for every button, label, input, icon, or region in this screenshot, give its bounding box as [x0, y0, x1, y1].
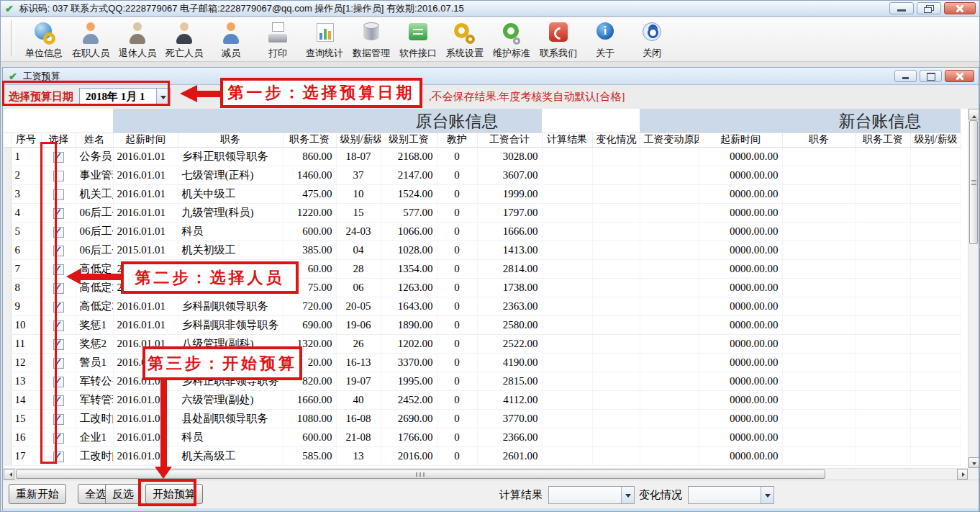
cell-total: 1666.00 — [477, 222, 542, 241]
vertical-scroll-thumb[interactable] — [969, 120, 978, 244]
toolbar-item-system-settings[interactable]: 系统设置 — [445, 20, 485, 60]
table-row[interactable]: 606后工作2015.01.01机关初级工385.00041028.000141… — [4, 241, 961, 259]
cell-calc — [542, 166, 592, 184]
cell-change — [592, 409, 640, 428]
toolbar-item-label: 单位信息 — [25, 47, 63, 60]
cell-calc — [542, 222, 592, 241]
toolbar-item-contact-us[interactable]: 联系我们 — [538, 20, 579, 60]
cell-grade: 16-08 — [336, 409, 381, 428]
minimize-button[interactable] — [889, 2, 914, 14]
cell-num: 12 — [11, 353, 41, 372]
scroll-left-button[interactable] — [4, 469, 14, 480]
inner-maximize-button[interactable] — [920, 70, 942, 82]
cell-grade_pay: 1766.00 — [381, 428, 437, 446]
toolbar-item-staff-retired[interactable]: 退休人员 — [117, 20, 158, 60]
inner-close-button[interactable] — [945, 70, 974, 82]
toolbar-item-query-stats[interactable]: 查询统计 — [304, 20, 345, 60]
table-row[interactable]: 1公务员2016.01.01乡科正职领导职务860.0018-072168.00… — [4, 147, 961, 166]
cell-start: 2016.01.01 — [113, 297, 178, 315]
toolbar-item-maintain-standard[interactable]: 维护标准 — [491, 20, 532, 60]
toolbar-item-staff-deceased[interactable]: 死亡人员 — [164, 20, 204, 60]
table-row[interactable]: 14军转管理2016.01.01六级管理(副处)1660.00402452.00… — [4, 390, 961, 409]
cell-new_grade — [910, 203, 961, 222]
column-header: 计算结果 — [542, 133, 592, 147]
table-row[interactable]: 10奖惩12016.01.01乡科副职非领导职务690.0019-061890.… — [4, 315, 961, 334]
toolbar-item-data-manage[interactable]: 数据管理 — [351, 20, 391, 60]
cell-num: 9 — [11, 297, 41, 315]
cell-reason — [640, 315, 699, 334]
table-row[interactable]: 9高低定32016.01.01乡科副职领导职务720.0020-051643.0… — [4, 297, 961, 315]
cell-new_start: 0000.00.00 — [699, 203, 782, 222]
toolbar-item-label: 数据管理 — [353, 47, 390, 60]
cell-jiaohu: 0 — [437, 222, 477, 241]
change-status-select[interactable] — [688, 486, 774, 504]
calc-result-dropdown-button[interactable] — [621, 487, 634, 503]
cell-start: 2016.01.01 — [113, 315, 178, 334]
toolbar-item-label: 退休人员 — [119, 47, 156, 60]
cell-duty_pay: 720.00 — [283, 297, 336, 315]
cell-calc — [542, 353, 592, 372]
cell-total: 1738.00 — [477, 278, 542, 297]
cell-new_duty — [782, 353, 856, 372]
cell-new_duty_pay — [856, 372, 910, 390]
close-button[interactable] — [944, 2, 976, 14]
cell-total: 2363.00 — [477, 297, 542, 315]
cell-new_duty — [782, 259, 856, 278]
cell-change — [592, 166, 640, 184]
scroll-right-button[interactable] — [957, 469, 968, 480]
toolbar-item-software-interface[interactable]: 软件接口 — [398, 20, 438, 60]
cell-grade: 04 — [336, 241, 381, 259]
table-row[interactable]: 2事业管理2016.01.01七级管理(正科)1460.00372147.000… — [4, 166, 961, 184]
cell-start: 2016.01.01 — [113, 390, 178, 409]
scroll-down-button[interactable] — [968, 457, 979, 468]
calc-result-select[interactable] — [548, 486, 635, 504]
cell-num: 10 — [11, 315, 41, 334]
cell-reason — [640, 297, 699, 315]
restore-button[interactable] — [917, 2, 941, 14]
cell-total: 1797.00 — [477, 203, 542, 222]
cell-total: 1999.00 — [477, 184, 542, 203]
table-row[interactable]: 406后工作2016.01.01九级管理(科员)1220.0015577.000… — [4, 203, 961, 222]
table-row[interactable]: 3机关工人2016.01.01机关中级工475.00101524.0001999… — [4, 184, 961, 203]
cell-calc — [542, 259, 592, 278]
cell-new_duty_pay — [856, 334, 910, 353]
chevron-down-icon — [765, 494, 771, 500]
invert-selection-button[interactable]: 反选 — [105, 484, 141, 504]
cell-grade: 21-08 — [336, 428, 381, 446]
column-header: 职务 — [782, 133, 856, 147]
toolbar-item-about[interactable]: 关于 — [585, 20, 625, 60]
column-header: 工资变动原因 — [640, 133, 699, 147]
table-row[interactable]: 15工改时间2016.01.01县处副职领导职务1080.0016-082690… — [4, 409, 961, 428]
cell-grade_pay: 1643.00 — [381, 297, 437, 315]
column-header: 变化情况 — [592, 133, 640, 147]
cell-change — [592, 184, 640, 203]
toolbar-item-print[interactable]: 打印 — [258, 20, 298, 60]
data-manage-icon — [357, 20, 386, 46]
toolbar-item-power[interactable]: 关闭 — [632, 20, 672, 60]
scroll-up-button[interactable] — [968, 109, 979, 120]
inner-minimize-button[interactable] — [894, 70, 917, 82]
about-icon — [591, 20, 620, 46]
cell-grade_pay: 2690.00 — [381, 409, 437, 428]
cell-grade: 19-06 — [336, 315, 381, 334]
cell-duty: 县处副职领导职务 — [178, 409, 283, 428]
table-row[interactable]: 506后工作2016.01.01科员600.0024-031066.000166… — [4, 222, 961, 241]
vertical-scrollbar[interactable] — [968, 109, 979, 468]
cell-new_duty_pay — [856, 428, 910, 446]
horizontal-scrollbar[interactable] — [4, 468, 968, 480]
cell-change — [592, 428, 640, 446]
horizontal-scroll-thumb[interactable] — [16, 470, 825, 479]
change-status-dropdown-button[interactable] — [761, 487, 773, 503]
chevron-down-icon — [625, 494, 631, 500]
toolbar-item-staff-reduce[interactable]: 减员 — [211, 20, 251, 60]
cell-name: 警员1 — [76, 353, 113, 372]
toolbar-item-org-info[interactable]: 单位信息 — [24, 20, 64, 60]
restart-button[interactable]: 重新开始 — [9, 484, 66, 504]
table-row[interactable]: 17工改时间2016.01.01机关高级工585.00132016.000260… — [4, 446, 961, 465]
toolbar-item-staff-active[interactable]: 在职人员 — [71, 20, 111, 60]
cell-reason — [640, 166, 699, 184]
column-header: 级别工资 — [381, 133, 437, 147]
table-row[interactable]: 16企业12016.01.01科员600.0021-081766.0002366… — [4, 428, 961, 446]
cell-jiaohu: 0 — [437, 166, 477, 184]
cell-new_grade — [910, 446, 961, 465]
